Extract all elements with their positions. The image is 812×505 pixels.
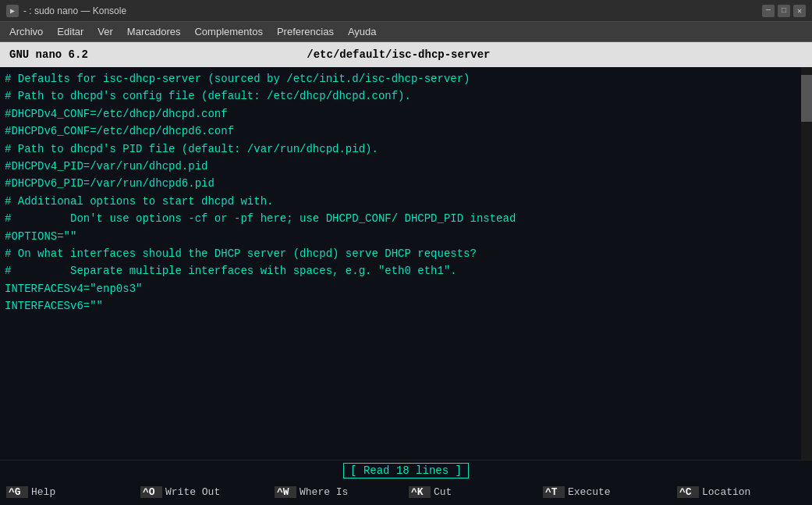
menu-preferencias[interactable]: Preferencias xyxy=(271,24,340,39)
nano-header: GNU nano 6.2 /etc/default/isc-dhcp-serve… xyxy=(0,42,812,67)
editor-area[interactable]: # Defaults for isc-dhcp-server (sourced … xyxy=(0,67,812,460)
window-title: - : sudo nano — Konsole xyxy=(23,5,126,16)
shortcut-label: Location xyxy=(702,486,750,498)
menu-editar[interactable]: Editar xyxy=(51,24,90,39)
editor-line: # Separate multiple interfaces with spac… xyxy=(5,262,807,279)
menu-archivo[interactable]: Archivo xyxy=(3,24,49,39)
shortcut-key: ^O xyxy=(140,486,162,498)
window-controls: ─ □ ✕ xyxy=(762,5,806,17)
editor-line: # On what interfaces should the DHCP ser… xyxy=(5,245,807,262)
shortcut-item[interactable]: ^GHelp xyxy=(3,486,137,498)
shortcut-label: Where Is xyxy=(300,486,348,498)
editor-line: INTERFACESv6="" xyxy=(5,297,807,315)
editor-line: #OPTIONS="" xyxy=(5,228,807,245)
shortcut-label: Cut xyxy=(434,486,452,498)
editor-line: # Path to dhcpd's PID file (default: /va… xyxy=(5,140,807,158)
shortcut-item[interactable]: ^OWrite Out xyxy=(137,486,271,498)
title-bar: ▶ - : sudo nano — Konsole ─ □ ✕ xyxy=(0,0,812,22)
menu-ayuda[interactable]: Ayuda xyxy=(342,24,383,39)
menu-marcadores[interactable]: Marcadores xyxy=(121,24,187,39)
shortcut-row-2: ^XExit^RRead File^\Replace^UPaste^JJusti… xyxy=(3,502,809,505)
status-bar: [ Read 18 lines ] xyxy=(0,460,812,480)
terminal-icon: ▶ xyxy=(6,5,19,17)
editor-line: # Don't use options -cf or -pf here; use… xyxy=(5,210,807,227)
nano-version: GNU nano 6.2 xyxy=(9,48,88,61)
maximize-button[interactable]: □ xyxy=(778,5,790,17)
shortcut-label: Help xyxy=(31,486,55,498)
shortcut-row-1: ^GHelp^OWrite Out^WWhere Is^KCut^TExecut… xyxy=(3,482,809,502)
shortcut-label: Execute xyxy=(568,486,611,498)
shortcut-bar: ^GHelp^OWrite Out^WWhere Is^KCut^TExecut… xyxy=(0,480,812,505)
editor-line: # Additional options to start dhcpd with… xyxy=(5,193,807,210)
shortcut-item[interactable]: ^TExecute xyxy=(540,486,674,498)
file-path: /etc/default/isc-dhcp-server xyxy=(307,48,490,61)
title-bar-left: ▶ - : sudo nano — Konsole xyxy=(6,5,126,17)
status-message: [ Read 18 lines ] xyxy=(343,463,469,478)
scrollbar-track[interactable] xyxy=(801,67,812,460)
close-button[interactable]: ✕ xyxy=(793,5,806,17)
shortcut-item[interactable]: ^CLocation xyxy=(674,486,808,498)
menu-ver[interactable]: Ver xyxy=(91,24,119,39)
menu-bar: Archivo Editar Ver Marcadores Complement… xyxy=(0,22,812,42)
editor-line: # Path to dhcpd's config file (default: … xyxy=(5,87,807,105)
shortcut-key: ^W xyxy=(275,486,296,498)
editor-line: # Defaults for isc-dhcp-server (sourced … xyxy=(5,70,807,87)
minimize-button[interactable]: ─ xyxy=(762,5,775,17)
menu-complementos[interactable]: Complementos xyxy=(188,24,268,39)
editor-line: #DHCPDv6_CONF=/etc/dhcp/dhcpd6.conf xyxy=(5,123,807,140)
editor-line: #DHCPDv4_PID=/var/run/dhcpd.pid xyxy=(5,158,807,175)
shortcut-label: Write Out xyxy=(165,486,220,498)
shortcut-key: ^K xyxy=(409,486,431,498)
shortcut-key: ^C xyxy=(677,486,699,498)
shortcut-key: ^G xyxy=(6,486,28,498)
shortcut-item[interactable]: ^WWhere Is xyxy=(271,486,406,498)
shortcut-key: ^T xyxy=(543,486,565,498)
editor-line: #DHCPDv6_PID=/var/run/dhcpd6.pid xyxy=(5,175,807,192)
editor-line: #DHCPDv4_CONF=/etc/dhcp/dhcpd.conf xyxy=(5,105,807,123)
shortcut-item[interactable]: ^KCut xyxy=(406,486,540,498)
editor-line: INTERFACESv4="enp0s3" xyxy=(5,280,807,297)
scrollbar-thumb[interactable] xyxy=(801,75,812,122)
